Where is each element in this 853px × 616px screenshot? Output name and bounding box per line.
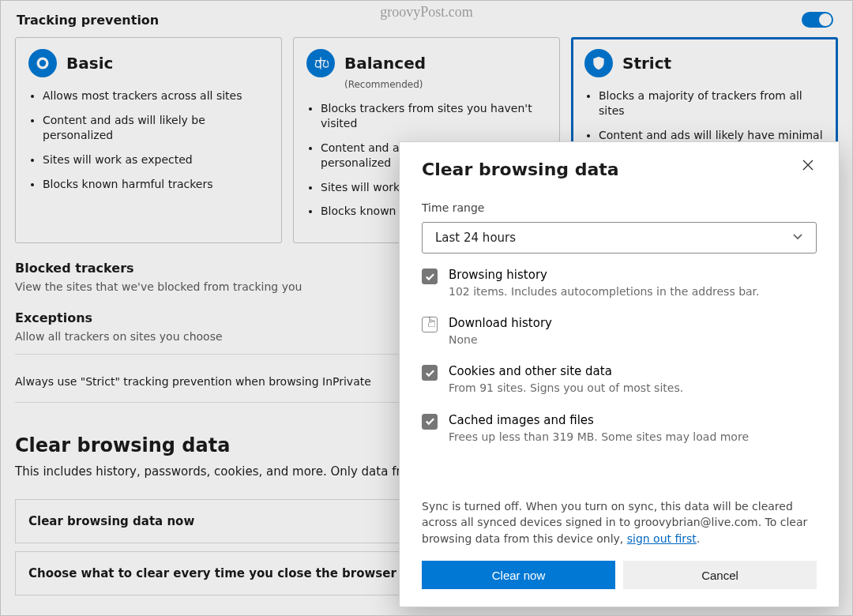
checkbox-browsing-history[interactable] <box>422 269 438 284</box>
svg-point-1 <box>39 60 46 66</box>
strict-icon <box>584 49 613 77</box>
time-range-label: Time range <box>422 201 817 214</box>
clear-now-button[interactable]: Clear now <box>422 561 615 589</box>
balanced-icon <box>306 49 335 77</box>
time-range-value: Last 24 hours <box>435 231 516 245</box>
basic-bullet: Content and ads will likely be personali… <box>43 113 269 143</box>
basic-bullet: Sites will work as expected <box>43 152 269 167</box>
checkbox-label: Cookies and other site data <box>449 364 683 378</box>
basic-bullet: Allows most trackers across all sites <box>43 88 269 103</box>
checkbox-cached[interactable] <box>422 414 438 430</box>
chevron-down-icon <box>792 231 803 245</box>
checkbox-desc: None <box>449 332 552 347</box>
checkbox-desc: Frees up less than 319 MB. Some sites ma… <box>449 430 749 444</box>
checkbox-cookies[interactable] <box>422 365 438 381</box>
sign-out-link[interactable]: sign out first <box>627 532 697 545</box>
basic-icon <box>28 49 57 77</box>
checkbox-download-history[interactable] <box>422 317 438 332</box>
balanced-bullet: Blocks trackers from sites you haven't v… <box>321 101 547 131</box>
card-basic-title: Basic <box>66 54 113 73</box>
cancel-button[interactable]: Cancel <box>623 561 817 589</box>
checkbox-desc: 102 items. Includes autocompletions in t… <box>449 284 760 299</box>
card-balanced-title: Balanced <box>344 54 426 73</box>
checkbox-label: Cached images and files <box>449 413 749 427</box>
checkbox-label: Download history <box>449 316 552 330</box>
tracking-prevention-toggle[interactable] <box>802 12 833 28</box>
basic-bullet: Blocks known harmful trackers <box>43 177 269 192</box>
card-basic[interactable]: Basic Allows most trackers across all si… <box>15 37 282 243</box>
tracking-prevention-heading: Tracking prevention <box>17 13 159 28</box>
card-strict-title: Strict <box>622 54 671 73</box>
checkbox-label: Browsing history <box>449 268 760 282</box>
close-icon[interactable] <box>802 160 817 174</box>
dialog-title: Clear browsing data <box>422 160 619 179</box>
card-balanced-sub: (Recommended) <box>344 79 547 90</box>
time-range-select[interactable]: Last 24 hours <box>422 222 817 254</box>
checkbox-desc: From 91 sites. Signs you out of most sit… <box>449 381 683 395</box>
clear-browsing-data-dialog: Clear browsing data Time range Last 24 h… <box>399 141 840 607</box>
strict-bullet: Blocks a majority of trackers from all s… <box>599 88 825 118</box>
sync-note: Sync is turned off. When you turn on syn… <box>422 498 817 547</box>
data-type-list: Browsing history 102 items. Includes aut… <box>422 268 817 497</box>
